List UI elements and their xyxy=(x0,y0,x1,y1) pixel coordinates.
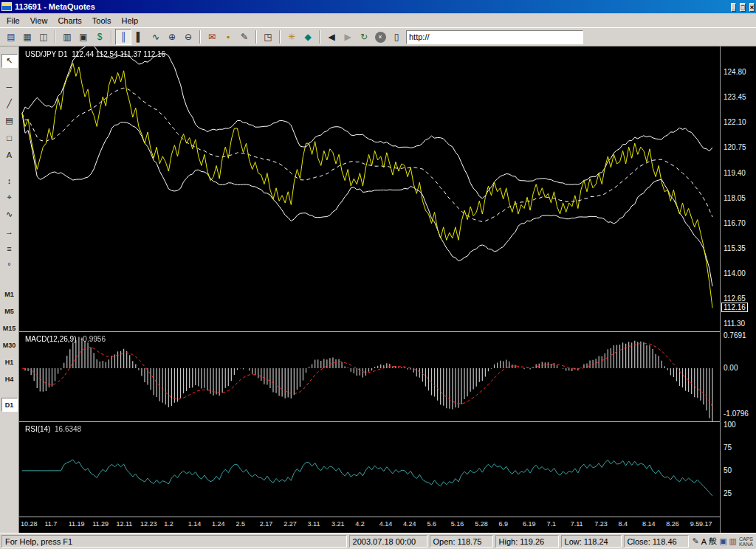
menu-tools[interactable]: Tools xyxy=(87,15,117,27)
status-time: 2003.07.18 00:00 xyxy=(349,535,427,548)
scale-tick: 122.10 xyxy=(724,118,746,126)
print-button[interactable]: ▦ xyxy=(19,29,35,45)
time-axis-label: 8.4 xyxy=(619,520,628,528)
refresh-button[interactable]: ↻ xyxy=(356,29,372,45)
save-button[interactable]: ▤ xyxy=(3,29,19,45)
panel-separator[interactable] xyxy=(19,331,756,332)
toolbar-separator xyxy=(319,30,320,44)
horizontal-line-tool[interactable]: ─ xyxy=(1,80,18,94)
kana-label: KANA xyxy=(739,542,753,547)
status-open: Open: 118.75 xyxy=(430,535,493,548)
script-button[interactable]: ✎ xyxy=(236,29,252,45)
tile-windows-button[interactable]: ◳ xyxy=(260,29,276,45)
news-button[interactable]: ▪ xyxy=(220,29,236,45)
arrow-marker-tool[interactable]: ↕ xyxy=(1,173,18,187)
zigzag-tool[interactable]: ∿ xyxy=(1,207,18,221)
ime-pen-icon[interactable]: ✎ xyxy=(693,536,699,546)
time-axis-label: 4.24 xyxy=(403,520,416,528)
options-button[interactable]: ✳ xyxy=(284,29,300,45)
time-axis-label: 1.14 xyxy=(188,520,202,528)
app-icon xyxy=(1,2,12,11)
accounts-button[interactable]: $ xyxy=(92,29,108,45)
window-title: 113691 - MetaQuotes xyxy=(15,2,729,11)
time-axis-label: 6.9 xyxy=(499,520,509,528)
price-chart-canvas[interactable] xyxy=(19,46,720,331)
bar-chart-button[interactable]: ║ xyxy=(115,29,131,45)
left-toolbar: ↖─╱▤□A↕⌖∿→≡°M1M5M15M30H1H4D1 xyxy=(0,46,19,533)
new-email-button[interactable]: ✉ xyxy=(204,29,220,45)
candlestick-button[interactable]: ▌ xyxy=(131,29,148,45)
toolbar-separator xyxy=(279,30,281,44)
help-library-button[interactable]: ◆ xyxy=(300,29,316,45)
minimize-button[interactable]: _ xyxy=(731,3,736,12)
ime-input-mode[interactable]: A xyxy=(701,537,707,546)
ohlc-values: 112.44 112.54 111.37 112.16 xyxy=(72,50,165,58)
time-axis-label: 7.1 xyxy=(546,520,556,528)
stop-button-glyph: × xyxy=(375,32,386,43)
time-axis-label: 4.2 xyxy=(355,520,365,528)
indicators-tool[interactable]: ≡ xyxy=(1,241,18,255)
data-window-button[interactable]: ▣ xyxy=(75,29,92,45)
menu-bar: FileViewChartsToolsHelp xyxy=(0,13,756,27)
scale-tick: 0.7691 xyxy=(724,331,746,339)
menu-charts[interactable]: Charts xyxy=(52,15,86,27)
maximize-button[interactable]: □ xyxy=(740,3,745,12)
time-axis-label: 6.19 xyxy=(523,520,536,528)
cursor-tool[interactable]: ↖ xyxy=(1,54,18,68)
zoom-out-button[interactable]: ⊖ xyxy=(180,29,196,45)
symbol-marker-tool[interactable]: ⌖ xyxy=(1,190,18,204)
macd-chart-canvas[interactable] xyxy=(19,332,720,421)
price-scale: 112.16 124.80123.45122.10120.75119.40118… xyxy=(720,46,756,533)
menu-view[interactable]: View xyxy=(25,15,53,27)
time-axis-label: 7.23 xyxy=(594,520,608,528)
text-tool[interactable]: A xyxy=(1,148,18,162)
timeframe-m15-button[interactable]: M15 xyxy=(1,321,18,335)
toolbar-separator xyxy=(55,30,56,44)
close-button[interactable]: × xyxy=(749,3,755,12)
page-button[interactable]: ▯ xyxy=(388,29,405,45)
price-panel-title: USD/JPY D1 112.44 112.54 111.37 112.16 xyxy=(25,50,165,58)
menu-help[interactable]: Help xyxy=(116,15,143,27)
toolbar-separator xyxy=(111,30,112,44)
new-chart-button[interactable]: ▥ xyxy=(59,29,75,45)
fibonacci-tool[interactable]: ▤ xyxy=(1,114,18,128)
zoom-in-button[interactable]: ⊕ xyxy=(164,29,180,45)
symbol-label: USD/JPY D1 xyxy=(25,50,68,58)
address-input[interactable] xyxy=(406,30,583,44)
scale-tick: 75 xyxy=(724,443,732,452)
timeframe-h4-button[interactable]: H4 xyxy=(1,372,18,386)
trendline-tool[interactable]: ╱ xyxy=(1,97,18,111)
toolbar-buttons: ▤▦◫▥▣$║▌∿⊕⊖✉▪✎◳✳◆◀▶↻×▯ xyxy=(3,29,405,45)
time-axis-label: 3.21 xyxy=(331,520,345,528)
forward-button[interactable]: ▶ xyxy=(340,29,356,45)
caps-label: CAPS xyxy=(739,536,753,542)
timeframe-m1-button[interactable]: M1 xyxy=(1,287,18,301)
angle-tool[interactable]: ° xyxy=(1,258,18,272)
ime-dictionary-icon[interactable]: ▥ xyxy=(729,536,737,546)
ime-conversion-mode[interactable]: 般 xyxy=(709,536,717,547)
status-low: Low: 118.24 xyxy=(561,535,622,548)
rsi-chart-canvas[interactable] xyxy=(19,422,720,517)
stop-button[interactable]: × xyxy=(372,29,388,45)
timeframe-m5-button[interactable]: M5 xyxy=(1,304,18,318)
scale-tick: 123.45 xyxy=(724,93,746,101)
panel-separator[interactable] xyxy=(19,421,756,422)
time-axis-label: 9.17 xyxy=(699,520,712,528)
menu-file[interactable]: File xyxy=(1,15,25,27)
shift-chart-tool[interactable]: → xyxy=(1,224,18,238)
timeframe-h1-button[interactable]: H1 xyxy=(1,355,18,369)
rectangle-tool[interactable]: □ xyxy=(1,131,18,145)
scale-tick: 119.40 xyxy=(724,169,746,177)
macd-panel-title: MACD(12,26,9) -0.9956 xyxy=(25,335,106,343)
status-fields: 2003.07.18 00:00Open: 118.75High: 119.26… xyxy=(349,535,689,548)
toolbar-separator xyxy=(199,30,201,44)
timeframe-d1-button[interactable]: D1 xyxy=(1,398,18,412)
timeframe-m30-button[interactable]: M30 xyxy=(1,338,18,352)
ime-keyboard-icon[interactable]: ▣ xyxy=(719,536,726,546)
print-preview-button[interactable]: ◫ xyxy=(35,29,52,45)
back-button[interactable]: ◀ xyxy=(323,29,340,45)
time-axis-label: 2.5 xyxy=(236,520,245,528)
time-axis-label: 11.7 xyxy=(44,520,57,528)
line-chart-button[interactable]: ∿ xyxy=(148,29,164,45)
ime-toolbar: ✎A般▣▥CAPSKANA xyxy=(691,536,755,547)
